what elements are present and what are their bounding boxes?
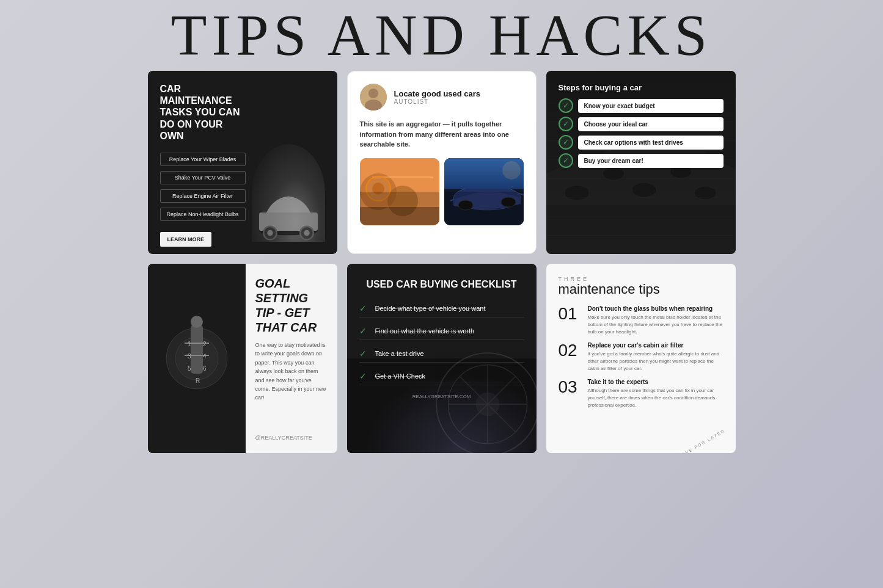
task-2: Shake Your PCV Valve <box>160 171 246 184</box>
page-title: TIPS AND HACKS <box>171 6 712 65</box>
checklist-label-1: Decide what type of vehicle you want <box>375 305 486 312</box>
tip-text-3: Take it to the experts Although there ar… <box>588 379 724 409</box>
card2-site-name: Locate good used cars <box>394 89 481 98</box>
card2-description: This site is an aggregator — it pulls to… <box>360 119 524 150</box>
tip-body-2: If you've got a family member who's quit… <box>588 350 724 372</box>
tip-number-1: 01 <box>559 305 581 322</box>
cards-grid: CAR MAINTENANCE TASKS YOU CAN DO ON YOUR… <box>136 71 748 453</box>
card2-header: Locate good used cars AUTOLIST <box>360 84 524 111</box>
tip-row-3: 03 Take it to the experts Although there… <box>559 379 724 409</box>
task-4: Replace Non-Headlight Bulbs <box>160 208 246 221</box>
card6-title: maintenance tips <box>559 282 724 297</box>
svg-point-33 <box>191 316 203 328</box>
tip-heading-2: Replace your car's cabin air filter <box>588 342 724 349</box>
tip-text-2: Replace your car's cabin air filter If y… <box>588 342 724 372</box>
checkmark-icon-1: ✓ <box>359 303 369 313</box>
svg-text:3: 3 <box>188 353 191 360</box>
card-checklist: USED CAR BUYING CHECKLIST ✓ Decide what … <box>347 264 537 453</box>
card5-url: REALLYGREATSITE.COM <box>359 394 524 399</box>
step-label-3: Check car options with test drives <box>578 136 724 150</box>
step-4: ✓ Buy your dream car! <box>559 153 724 168</box>
checkmark-icon-3: ✓ <box>359 349 369 358</box>
step-label-1: Know your exact budget <box>578 99 724 113</box>
card5-title: USED CAR BUYING CHECKLIST <box>359 278 524 290</box>
card4-image: 1 2 3 4 5 6 R <box>148 264 246 453</box>
card-goal-setting: 1 2 3 4 5 6 R GOAL SETTING TIP - GET THA… <box>148 264 337 453</box>
svg-text:4: 4 <box>203 353 207 360</box>
card2-interior-image <box>360 158 439 225</box>
svg-text:6: 6 <box>203 365 207 372</box>
card4-title: GOAL SETTING TIP - GET THAT CAR <box>255 276 328 335</box>
checklist-item-2: ✓ Find out what the vehicle is worth <box>359 322 524 340</box>
svg-point-25 <box>632 183 656 197</box>
step-1: ✓ Know your exact budget <box>559 98 724 113</box>
card-maintenance-tips: THREE maintenance tips 01 Don't touch th… <box>546 264 736 453</box>
checklist-item-1: ✓ Decide what type of vehicle you want <box>359 300 524 318</box>
checklist-item-3: ✓ Take a test drive <box>359 345 524 363</box>
tip-row-1: 01 Don't touch the glass bulbs when repa… <box>559 305 724 336</box>
task-3: Replace Engine Air Filter <box>160 189 246 203</box>
task-1: Replace Your Wiper Blades <box>160 153 246 166</box>
svg-point-5 <box>304 230 310 236</box>
svg-rect-32 <box>191 325 203 374</box>
check-icon-2: ✓ <box>559 117 573 131</box>
save-for-later-label: SAVE FOR LATER <box>678 429 726 453</box>
svg-point-22 <box>502 161 521 180</box>
step-3: ✓ Check car options with test drives <box>559 135 724 150</box>
card1-car-image <box>252 144 325 242</box>
card2-header-text: Locate good used cars AUTOLIST <box>394 89 481 105</box>
avatar <box>360 84 387 111</box>
checklist-label-3: Take a test drive <box>375 350 424 357</box>
tip-heading-1: Don't touch the glass bulbs when repairi… <box>588 305 724 312</box>
tip-number-3: 03 <box>559 379 581 396</box>
tip-row-2: 02 Replace your car's cabin air filter I… <box>559 342 724 372</box>
check-icon-3: ✓ <box>559 135 573 150</box>
card2-exterior-image <box>444 158 524 225</box>
svg-text:5: 5 <box>188 365 191 372</box>
card4-handle: @REALLYGREATSITE <box>255 435 328 441</box>
step-label-2: Choose your ideal car <box>578 117 724 131</box>
svg-point-3 <box>267 230 273 236</box>
card4-text: GOAL SETTING TIP - GET THAT CAR One way … <box>246 264 337 453</box>
learn-more-button[interactable]: LEARN MORE <box>160 232 212 247</box>
checklist-item-4: ✓ Get a VIN Check <box>359 368 524 385</box>
checklist-label-2: Find out what the vehicle is worth <box>375 327 475 335</box>
tip-number-2: 02 <box>559 342 581 359</box>
card3-title: Steps for buying a car <box>559 83 724 92</box>
tip-heading-3: Take it to the experts <box>588 379 724 385</box>
card2-site-tag: AUTOLIST <box>394 98 481 105</box>
checklist-label-4: Get a VIN Check <box>375 372 426 380</box>
svg-text:2: 2 <box>203 341 207 347</box>
check-icon-4: ✓ <box>559 153 573 168</box>
card-maintenance-tasks: CAR MAINTENANCE TASKS YOU CAN DO ON YOUR… <box>148 71 337 254</box>
card2-images <box>360 158 524 225</box>
svg-text:R: R <box>196 377 200 384</box>
card6-header: THREE maintenance tips <box>559 276 724 297</box>
step-2: ✓ Choose your ideal car <box>559 117 724 131</box>
card-buying-steps: Steps for buying a car ✓ Know your exact… <box>546 71 736 254</box>
svg-point-24 <box>565 186 589 200</box>
svg-point-7 <box>368 89 378 98</box>
step-label-4: Buy your dream car! <box>578 154 724 168</box>
tip-body-3: Although there are some things that you … <box>588 387 724 409</box>
tip-text-1: Don't touch the glass bulbs when repairi… <box>588 305 724 336</box>
svg-text:1: 1 <box>188 341 191 347</box>
check-icon-1: ✓ <box>559 98 573 113</box>
card-locate-cars: Locate good used cars AUTOLIST This site… <box>347 71 537 254</box>
card4-description: One way to stay motivated is to write yo… <box>255 341 328 402</box>
tip-body-1: Make sure you only touch the metal bulb … <box>588 314 724 336</box>
checkmark-icon-4: ✓ <box>359 371 369 381</box>
svg-point-26 <box>694 186 716 200</box>
card1-title: CAR MAINTENANCE TASKS YOU CAN DO ON YOUR… <box>160 83 246 142</box>
checkmark-icon-2: ✓ <box>359 326 369 336</box>
